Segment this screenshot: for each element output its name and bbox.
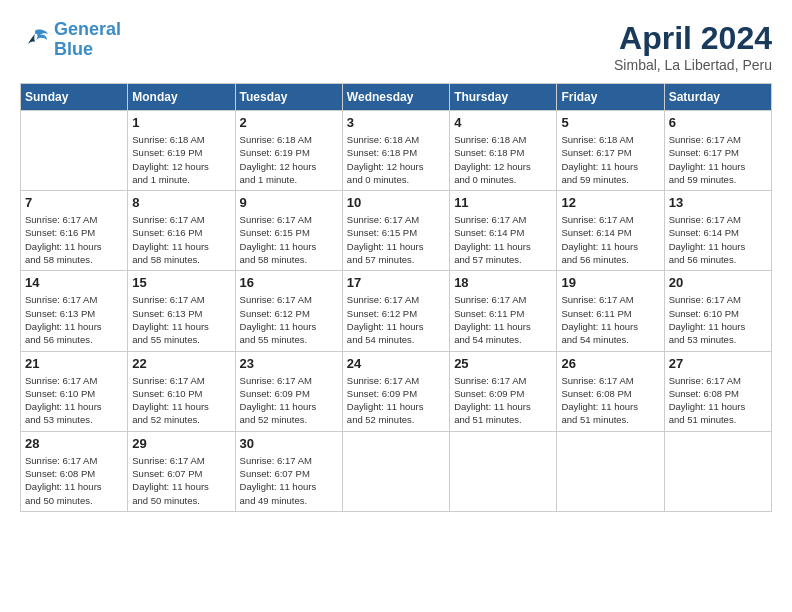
day-number: 7 — [25, 195, 123, 210]
day-info: Sunrise: 6:17 AM Sunset: 6:11 PM Dayligh… — [561, 293, 659, 346]
day-number: 1 — [132, 115, 230, 130]
calendar-cell: 28Sunrise: 6:17 AM Sunset: 6:08 PM Dayli… — [21, 431, 128, 511]
calendar-cell: 9Sunrise: 6:17 AM Sunset: 6:15 PM Daylig… — [235, 191, 342, 271]
calendar-cell: 21Sunrise: 6:17 AM Sunset: 6:10 PM Dayli… — [21, 351, 128, 431]
day-number: 14 — [25, 275, 123, 290]
calendar-table: SundayMondayTuesdayWednesdayThursdayFrid… — [20, 83, 772, 512]
calendar-week-row: 21Sunrise: 6:17 AM Sunset: 6:10 PM Dayli… — [21, 351, 772, 431]
calendar-cell: 16Sunrise: 6:17 AM Sunset: 6:12 PM Dayli… — [235, 271, 342, 351]
day-info: Sunrise: 6:18 AM Sunset: 6:17 PM Dayligh… — [561, 133, 659, 186]
calendar-cell: 27Sunrise: 6:17 AM Sunset: 6:08 PM Dayli… — [664, 351, 771, 431]
day-number: 30 — [240, 436, 338, 451]
day-number: 15 — [132, 275, 230, 290]
calendar-cell: 10Sunrise: 6:17 AM Sunset: 6:15 PM Dayli… — [342, 191, 449, 271]
day-number: 18 — [454, 275, 552, 290]
calendar-day-header: Saturday — [664, 84, 771, 111]
calendar-day-header: Friday — [557, 84, 664, 111]
day-number: 3 — [347, 115, 445, 130]
calendar-cell: 4Sunrise: 6:18 AM Sunset: 6:18 PM Daylig… — [450, 111, 557, 191]
day-info: Sunrise: 6:17 AM Sunset: 6:17 PM Dayligh… — [669, 133, 767, 186]
calendar-cell: 6Sunrise: 6:17 AM Sunset: 6:17 PM Daylig… — [664, 111, 771, 191]
day-info: Sunrise: 6:17 AM Sunset: 6:14 PM Dayligh… — [454, 213, 552, 266]
day-info: Sunrise: 6:17 AM Sunset: 6:15 PM Dayligh… — [240, 213, 338, 266]
calendar-day-header: Monday — [128, 84, 235, 111]
calendar-cell: 8Sunrise: 6:17 AM Sunset: 6:16 PM Daylig… — [128, 191, 235, 271]
calendar-cell: 26Sunrise: 6:17 AM Sunset: 6:08 PM Dayli… — [557, 351, 664, 431]
day-info: Sunrise: 6:17 AM Sunset: 6:12 PM Dayligh… — [347, 293, 445, 346]
location-title: Simbal, La Libertad, Peru — [614, 57, 772, 73]
calendar-cell: 5Sunrise: 6:18 AM Sunset: 6:17 PM Daylig… — [557, 111, 664, 191]
calendar-cell: 18Sunrise: 6:17 AM Sunset: 6:11 PM Dayli… — [450, 271, 557, 351]
calendar-cell — [342, 431, 449, 511]
day-info: Sunrise: 6:17 AM Sunset: 6:09 PM Dayligh… — [240, 374, 338, 427]
calendar-cell: 7Sunrise: 6:17 AM Sunset: 6:16 PM Daylig… — [21, 191, 128, 271]
title-block: April 2024 Simbal, La Libertad, Peru — [614, 20, 772, 73]
logo-text: General Blue — [54, 20, 121, 60]
calendar-day-header: Tuesday — [235, 84, 342, 111]
day-info: Sunrise: 6:17 AM Sunset: 6:14 PM Dayligh… — [669, 213, 767, 266]
day-number: 25 — [454, 356, 552, 371]
day-number: 2 — [240, 115, 338, 130]
day-number: 8 — [132, 195, 230, 210]
calendar-week-row: 1Sunrise: 6:18 AM Sunset: 6:19 PM Daylig… — [21, 111, 772, 191]
day-number: 19 — [561, 275, 659, 290]
day-info: Sunrise: 6:18 AM Sunset: 6:18 PM Dayligh… — [454, 133, 552, 186]
day-info: Sunrise: 6:17 AM Sunset: 6:12 PM Dayligh… — [240, 293, 338, 346]
day-number: 21 — [25, 356, 123, 371]
day-number: 16 — [240, 275, 338, 290]
day-number: 17 — [347, 275, 445, 290]
day-info: Sunrise: 6:18 AM Sunset: 6:19 PM Dayligh… — [240, 133, 338, 186]
calendar-week-row: 14Sunrise: 6:17 AM Sunset: 6:13 PM Dayli… — [21, 271, 772, 351]
calendar-week-row: 7Sunrise: 6:17 AM Sunset: 6:16 PM Daylig… — [21, 191, 772, 271]
logo-icon — [20, 26, 50, 54]
logo-line1: General — [54, 19, 121, 39]
day-info: Sunrise: 6:17 AM Sunset: 6:09 PM Dayligh… — [347, 374, 445, 427]
day-number: 9 — [240, 195, 338, 210]
calendar-cell: 13Sunrise: 6:17 AM Sunset: 6:14 PM Dayli… — [664, 191, 771, 271]
day-info: Sunrise: 6:17 AM Sunset: 6:09 PM Dayligh… — [454, 374, 552, 427]
calendar-cell: 14Sunrise: 6:17 AM Sunset: 6:13 PM Dayli… — [21, 271, 128, 351]
day-number: 20 — [669, 275, 767, 290]
calendar-cell: 2Sunrise: 6:18 AM Sunset: 6:19 PM Daylig… — [235, 111, 342, 191]
calendar-cell: 3Sunrise: 6:18 AM Sunset: 6:18 PM Daylig… — [342, 111, 449, 191]
calendar-day-header: Wednesday — [342, 84, 449, 111]
day-number: 10 — [347, 195, 445, 210]
page-header: General Blue April 2024 Simbal, La Liber… — [20, 20, 772, 73]
day-number: 11 — [454, 195, 552, 210]
day-info: Sunrise: 6:17 AM Sunset: 6:14 PM Dayligh… — [561, 213, 659, 266]
day-info: Sunrise: 6:17 AM Sunset: 6:10 PM Dayligh… — [25, 374, 123, 427]
day-info: Sunrise: 6:17 AM Sunset: 6:13 PM Dayligh… — [25, 293, 123, 346]
day-info: Sunrise: 6:17 AM Sunset: 6:07 PM Dayligh… — [132, 454, 230, 507]
calendar-week-row: 28Sunrise: 6:17 AM Sunset: 6:08 PM Dayli… — [21, 431, 772, 511]
day-info: Sunrise: 6:18 AM Sunset: 6:18 PM Dayligh… — [347, 133, 445, 186]
calendar-cell — [664, 431, 771, 511]
day-info: Sunrise: 6:17 AM Sunset: 6:08 PM Dayligh… — [669, 374, 767, 427]
calendar-cell: 22Sunrise: 6:17 AM Sunset: 6:10 PM Dayli… — [128, 351, 235, 431]
logo-line2: Blue — [54, 39, 93, 59]
calendar-cell: 25Sunrise: 6:17 AM Sunset: 6:09 PM Dayli… — [450, 351, 557, 431]
day-number: 12 — [561, 195, 659, 210]
day-number: 13 — [669, 195, 767, 210]
day-info: Sunrise: 6:17 AM Sunset: 6:10 PM Dayligh… — [132, 374, 230, 427]
logo: General Blue — [20, 20, 121, 60]
calendar-cell: 29Sunrise: 6:17 AM Sunset: 6:07 PM Dayli… — [128, 431, 235, 511]
calendar-cell: 30Sunrise: 6:17 AM Sunset: 6:07 PM Dayli… — [235, 431, 342, 511]
day-info: Sunrise: 6:17 AM Sunset: 6:07 PM Dayligh… — [240, 454, 338, 507]
day-number: 22 — [132, 356, 230, 371]
day-number: 6 — [669, 115, 767, 130]
day-number: 24 — [347, 356, 445, 371]
day-number: 23 — [240, 356, 338, 371]
day-info: Sunrise: 6:17 AM Sunset: 6:10 PM Dayligh… — [669, 293, 767, 346]
day-info: Sunrise: 6:17 AM Sunset: 6:08 PM Dayligh… — [561, 374, 659, 427]
day-info: Sunrise: 6:17 AM Sunset: 6:15 PM Dayligh… — [347, 213, 445, 266]
calendar-cell: 15Sunrise: 6:17 AM Sunset: 6:13 PM Dayli… — [128, 271, 235, 351]
day-number: 4 — [454, 115, 552, 130]
month-title: April 2024 — [614, 20, 772, 57]
calendar-cell: 17Sunrise: 6:17 AM Sunset: 6:12 PM Dayli… — [342, 271, 449, 351]
calendar-cell — [557, 431, 664, 511]
calendar-cell: 23Sunrise: 6:17 AM Sunset: 6:09 PM Dayli… — [235, 351, 342, 431]
day-info: Sunrise: 6:17 AM Sunset: 6:13 PM Dayligh… — [132, 293, 230, 346]
day-info: Sunrise: 6:18 AM Sunset: 6:19 PM Dayligh… — [132, 133, 230, 186]
calendar-cell — [450, 431, 557, 511]
calendar-day-header: Sunday — [21, 84, 128, 111]
